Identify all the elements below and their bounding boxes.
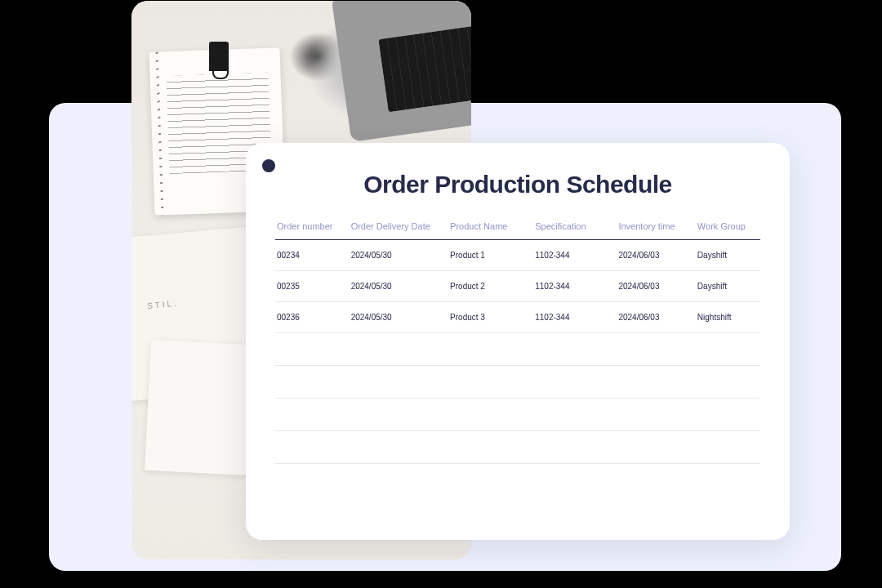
table-row: 002342024/05/30Product 11102-3442024/06/…	[275, 240, 760, 271]
schedule-card: Order Production Schedule Order number O…	[246, 143, 790, 540]
paper-brand-text: STIL.	[147, 299, 180, 310]
cell-product-name: Product 2	[450, 282, 535, 291]
col-work-group: Work Group	[697, 221, 760, 231]
cell-specification: 1102-344	[535, 251, 618, 260]
schedule-table: Order number Order Delivery Date Product…	[275, 221, 760, 464]
table-body: 002342024/05/30Product 11102-3442024/06/…	[275, 240, 760, 464]
col-product-name: Product Name	[450, 221, 535, 231]
cell-work-group: Nightshift	[697, 313, 760, 322]
table-header-row: Order number Order Delivery Date Product…	[275, 221, 760, 240]
table-row: 002362024/05/30Product 31102-3442024/06/…	[275, 302, 760, 333]
cell-order-number: 00236	[275, 313, 351, 322]
cell-delivery-date: 2024/05/30	[351, 282, 450, 291]
cell-work-group: Dayshift	[697, 251, 760, 260]
cell-delivery-date: 2024/05/30	[351, 313, 450, 322]
cell-inventory-time: 2024/06/03	[618, 313, 697, 322]
table-row: 002352024/05/30Product 21102-3442024/06/…	[275, 271, 760, 302]
card-title: Order Production Schedule	[275, 171, 760, 198]
table-empty-row	[275, 399, 760, 431]
card-dot-icon	[262, 159, 275, 172]
col-specification: Specification	[535, 221, 618, 231]
cell-inventory-time: 2024/06/03	[618, 282, 697, 291]
cell-specification: 1102-344	[535, 313, 618, 322]
col-order-number: Order number	[275, 221, 351, 231]
cell-order-number: 00234	[275, 251, 351, 260]
table-empty-row	[275, 333, 760, 366]
col-inventory-time: Inventory time	[618, 221, 697, 231]
col-delivery-date: Order Delivery Date	[351, 221, 450, 231]
table-empty-row	[275, 366, 760, 399]
laptop-illustration	[331, 1, 471, 142]
cell-work-group: Dayshift	[697, 282, 760, 291]
cell-product-name: Product 3	[450, 313, 535, 322]
cell-product-name: Product 1	[450, 251, 535, 260]
cell-inventory-time: 2024/06/03	[618, 251, 697, 260]
cell-specification: 1102-344	[535, 282, 618, 291]
table-empty-row	[275, 431, 760, 464]
cell-delivery-date: 2024/05/30	[351, 251, 450, 260]
binder-clip-icon	[209, 42, 229, 71]
cell-order-number: 00235	[275, 282, 351, 291]
